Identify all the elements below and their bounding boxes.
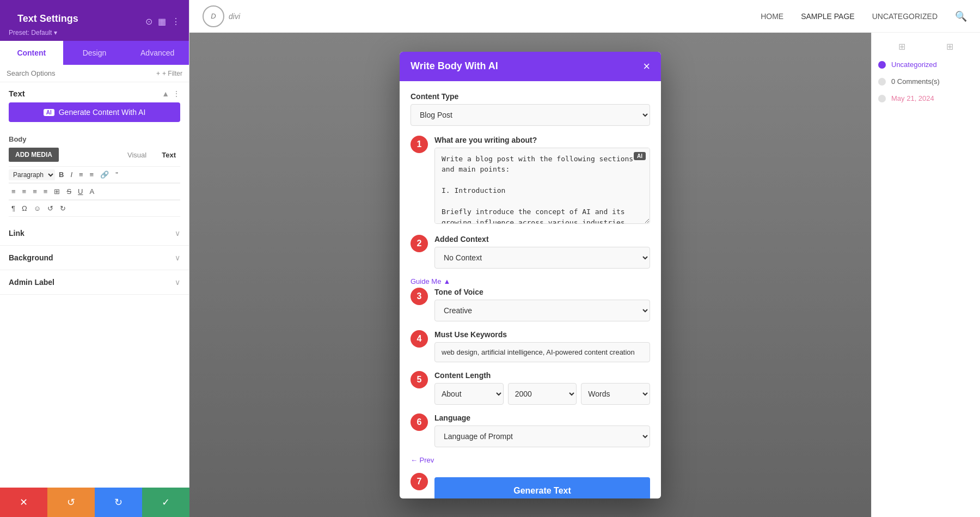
- ordered-list-button[interactable]: ≡: [87, 169, 97, 180]
- step5-row: 5 Content Length About 2000: [411, 371, 650, 405]
- sidebar-header: Text Settings Preset: Default ▾ ⊙ ▦ ⋮: [0, 0, 189, 41]
- language-select[interactable]: Language of Prompt: [434, 425, 650, 447]
- step6-content: Language Language of Prompt: [434, 413, 650, 447]
- right-item-date: May 21, 2024: [878, 94, 973, 102]
- guide-me-label: Guide Me: [411, 277, 441, 285]
- indent-button[interactable]: ¶: [9, 203, 18, 214]
- tone-of-voice-select[interactable]: Creative: [434, 300, 650, 321]
- tab-design[interactable]: Design: [63, 41, 126, 65]
- link-label: Link: [9, 229, 24, 238]
- undo-button[interactable]: ↺: [45, 203, 56, 214]
- bold-button[interactable]: B: [56, 169, 66, 180]
- format-select[interactable]: Paragraph: [9, 169, 55, 180]
- modal-body: Content Type Blog Post 1 What are you wr…: [400, 81, 661, 498]
- step2-badge: 2: [411, 235, 428, 252]
- unordered-list-button[interactable]: ≡: [76, 169, 86, 180]
- nav-uncategorized[interactable]: UNCATEGORIZED: [872, 12, 938, 21]
- nav-sample-page[interactable]: SAMPLE PAGE: [801, 12, 855, 21]
- chevron-up-icon: ▲: [162, 89, 169, 98]
- grid-icon-2[interactable]: ⊞: [946, 41, 953, 52]
- step1-row: 1 What are you writing about? Write a bl…: [411, 136, 650, 226]
- filter-icon: +: [156, 70, 160, 77]
- right-panel: ⊞ ⊞ Uncategorized 0 Comments(s) May 21, …: [871, 33, 980, 517]
- search-icon[interactable]: 🔍: [955, 10, 967, 22]
- align-right-button[interactable]: ≡: [30, 186, 40, 197]
- close-icon: ✕: [20, 496, 28, 508]
- editor-toolbar-row3: ¶ Ω ☺ ↺ ↻: [9, 200, 180, 217]
- keywords-input[interactable]: [434, 342, 650, 362]
- step3-row: 3 Tone of Voice Creative: [411, 288, 650, 321]
- tab-visual[interactable]: Visual: [123, 149, 151, 161]
- prev-link[interactable]: ← Prev: [411, 456, 650, 464]
- modal-overlay: Write Body With AI × Content Type Blog P…: [189, 33, 871, 517]
- step1-badge: 1: [411, 136, 428, 153]
- step6-row: 6 Language Language of Prompt: [411, 413, 650, 447]
- align-center-button[interactable]: ≡: [20, 186, 29, 197]
- filter-button[interactable]: + + Filter: [156, 70, 182, 77]
- more-options-icon[interactable]: ⋮: [173, 89, 180, 98]
- content-type-label: Content Type: [411, 92, 650, 101]
- sidebar-preset[interactable]: Preset: Default ▾: [9, 29, 87, 37]
- chevron-up-icon-guide: ▲: [443, 277, 450, 285]
- length-unit-select[interactable]: Words: [581, 383, 650, 405]
- nav-home[interactable]: HOME: [761, 12, 783, 21]
- length-about-select[interactable]: About: [434, 383, 504, 405]
- writing-topic-textarea[interactable]: Write a blog post with the following sec…: [434, 148, 650, 224]
- right-item-category: Uncategorized: [878, 60, 973, 69]
- modal-close-button[interactable]: ×: [643, 60, 650, 72]
- category-label[interactable]: Uncategorized: [891, 60, 937, 69]
- tab-content[interactable]: Content: [0, 41, 63, 65]
- align-justify-button[interactable]: ≡: [41, 186, 51, 197]
- added-context-select[interactable]: No Context: [434, 247, 650, 269]
- focus-icon[interactable]: ⊙: [145, 16, 152, 27]
- generate-content-ai-button[interactable]: AI Generate Content With AI: [9, 102, 180, 122]
- table-button[interactable]: ⊞: [51, 186, 63, 197]
- category-dot: [878, 61, 886, 69]
- blockquote-button[interactable]: ": [113, 169, 121, 180]
- italic-button[interactable]: I: [68, 169, 75, 180]
- search-input[interactable]: [7, 69, 152, 77]
- body-label: Body: [9, 135, 180, 143]
- chevron-down-icon-admin: ∨: [175, 278, 180, 287]
- bottom-bar: ✕ ↺ ↻ ✓: [0, 488, 189, 517]
- step2-content: Added Context No Context: [434, 235, 650, 269]
- step4-row: 4 Must Use Keywords: [411, 330, 650, 362]
- link-button[interactable]: 🔗: [97, 169, 112, 180]
- step2-row: 2 Added Context No Context: [411, 235, 650, 269]
- more-icon[interactable]: ⋮: [171, 16, 180, 27]
- columns-icon[interactable]: ▦: [158, 16, 166, 27]
- comments-label: 0 Comments(s): [891, 77, 940, 86]
- redo-button[interactable]: ↻: [57, 203, 69, 214]
- generate-text-button[interactable]: Generate Text: [434, 477, 650, 498]
- text-section-title: Text: [9, 89, 25, 98]
- step1-content: What are you writing about? Write a blog…: [434, 136, 650, 226]
- tab-advanced[interactable]: Advanced: [126, 41, 189, 65]
- chevron-down-icon-link: ∨: [175, 229, 180, 238]
- underline-button[interactable]: U: [75, 186, 85, 197]
- admin-label-section[interactable]: Admin Label ∨: [0, 270, 189, 295]
- length-row: About 2000 Words: [434, 383, 650, 405]
- background-section[interactable]: Background ∨: [0, 246, 189, 270]
- add-media-button[interactable]: ADD MEDIA: [9, 148, 59, 162]
- emoji-button[interactable]: ☺: [31, 203, 44, 214]
- length-number-select[interactable]: 2000: [508, 383, 577, 405]
- text-section-header[interactable]: Text ▲ ⋮: [9, 89, 180, 98]
- grid-icon[interactable]: ⊞: [898, 41, 905, 52]
- link-section[interactable]: Link ∨: [0, 221, 189, 246]
- font-color-button[interactable]: A: [87, 186, 97, 197]
- admin-label-text: Admin Label: [9, 278, 54, 287]
- body-section: Body ADD MEDIA Visual Text Paragraph B I…: [0, 133, 189, 221]
- tab-text[interactable]: Text: [157, 149, 180, 161]
- undo-changes-button[interactable]: ↺: [47, 488, 95, 517]
- save-button[interactable]: ✓: [142, 488, 189, 517]
- guide-me-link[interactable]: Guide Me ▲: [411, 277, 650, 285]
- ai-textarea-badge: AI: [634, 152, 646, 160]
- redo-changes-button[interactable]: ↻: [95, 488, 142, 517]
- content-type-select[interactable]: Blog Post: [411, 104, 650, 126]
- special-char-button[interactable]: Ω: [19, 203, 30, 214]
- discard-button[interactable]: ✕: [0, 488, 47, 517]
- right-panel-icons: ⊞ ⊞: [878, 41, 973, 52]
- step3-label: Tone of Voice: [434, 288, 650, 296]
- align-left-button[interactable]: ≡: [9, 186, 19, 197]
- strikethrough-button[interactable]: S: [64, 186, 74, 197]
